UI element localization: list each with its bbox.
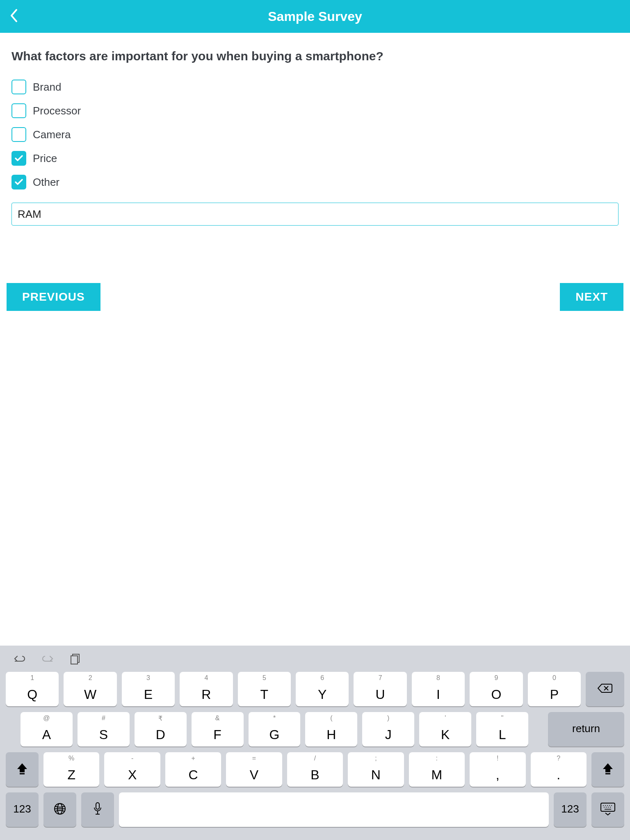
option-label: Other [33,176,59,189]
key-n[interactable]: ;N [348,752,404,787]
previous-button[interactable]: PREVIOUS [7,283,100,311]
key-backspace[interactable] [586,672,624,706]
check-icon [14,153,24,163]
key-e[interactable]: 3E [122,672,175,706]
key-p[interactable]: 0P [528,672,581,706]
key-l[interactable]: "L [476,712,528,746]
key-i[interactable]: 8I [412,672,465,706]
keyboard-row-2: @A #S ₹D &F *G (H )J 'K "L return [4,712,626,746]
virtual-keyboard: 1Q 2W 3E 4R 5T 6Y 7U 8I 9O 0P @A #S ₹D [0,646,630,840]
keyboard-row-4: 123 123 [4,792,626,827]
key-dictation[interactable] [81,792,114,827]
survey-content: What factors are important for you when … [0,33,630,327]
key-return[interactable]: return [548,712,624,746]
shift-icon [602,762,614,775]
option-brand[interactable]: Brand [11,80,619,94]
key-numeric-left[interactable]: 123 [6,792,39,827]
key-x[interactable]: -X [104,752,160,787]
key-r[interactable]: 4R [180,672,233,706]
keyboard-row-1: 1Q 2W 3E 4R 5T 6Y 7U 8I 9O 0P [4,672,626,706]
page-title: Sample Survey [268,9,362,24]
option-price[interactable]: Price [11,151,619,166]
key-w[interactable]: 2W [64,672,116,706]
option-label: Brand [33,81,61,94]
option-processor[interactable]: Processor [11,103,619,118]
svg-rect-2 [20,773,25,774]
key-a[interactable]: @A [21,712,73,746]
backspace-icon [597,682,613,694]
checkbox-price[interactable] [11,151,26,166]
option-other[interactable]: Other [11,175,619,189]
checkbox-other[interactable] [11,175,26,189]
key-shift-right[interactable] [591,752,624,787]
key-d[interactable]: ₹D [135,712,187,746]
checkbox-brand[interactable] [11,80,26,94]
option-label: Processor [33,105,81,117]
other-text-input[interactable] [11,203,619,226]
key-b[interactable]: /B [287,752,343,787]
option-label: Camera [33,128,71,141]
check-icon [14,177,24,187]
back-button[interactable] [10,9,18,24]
key-f[interactable]: &F [192,712,244,746]
key-numeric-right[interactable]: 123 [554,792,587,827]
nav-buttons: PREVIOUS NEXT [11,283,619,311]
key-j[interactable]: )J [362,712,414,746]
app-header: Sample Survey [0,0,630,33]
key-m[interactable]: :M [409,752,465,787]
svg-rect-1 [71,656,78,664]
keyboard-row-3: %Z -X +C =V /B ;N :M !, ?. [4,752,626,787]
key-space[interactable] [119,792,549,827]
keyboard-toolbar [0,646,630,669]
key-c[interactable]: +C [165,752,221,787]
svg-rect-7 [96,803,99,809]
shift-icon [16,762,28,775]
key-comma[interactable]: !, [470,752,525,787]
key-globe[interactable] [43,792,76,827]
checkbox-processor[interactable] [11,103,26,118]
key-o[interactable]: 9O [470,672,523,706]
key-z[interactable]: %Z [43,752,99,787]
key-dismiss-keyboard[interactable] [591,792,624,827]
option-label: Price [33,152,57,165]
key-t[interactable]: 5T [238,672,291,706]
key-u[interactable]: 7U [354,672,406,706]
key-shift-left[interactable] [6,752,39,787]
key-q[interactable]: 1Q [6,672,59,706]
key-h[interactable]: (H [305,712,357,746]
checkbox-camera[interactable] [11,127,26,142]
globe-icon [53,802,66,815]
redo-icon [41,653,55,664]
key-g[interactable]: *G [249,712,301,746]
mic-icon [93,802,103,816]
question-text: What factors are important for you when … [11,49,619,63]
clipboard-icon[interactable] [70,653,81,664]
key-k[interactable]: 'K [419,712,471,746]
key-y[interactable]: 6Y [296,672,349,706]
key-period[interactable]: ?. [531,752,587,787]
svg-rect-3 [605,773,610,774]
key-s[interactable]: #S [78,712,130,746]
next-button[interactable]: NEXT [560,283,623,311]
undo-icon[interactable] [12,653,26,664]
key-v[interactable]: =V [226,752,282,787]
option-camera[interactable]: Camera [11,127,619,142]
dismiss-keyboard-icon [600,802,616,816]
